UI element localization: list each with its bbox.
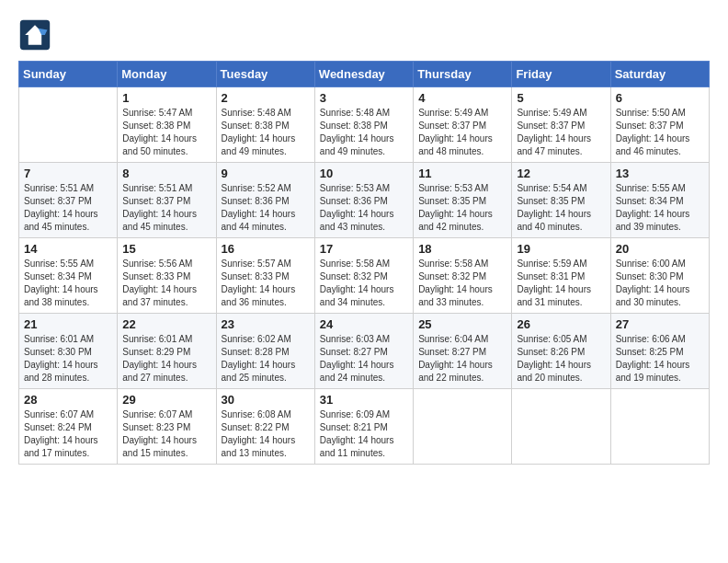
day-cell: 17Sunrise: 5:58 AMSunset: 8:32 PMDayligh… xyxy=(314,238,413,314)
day-number: 25 xyxy=(418,317,506,331)
header-wednesday: Wednesday xyxy=(314,62,413,87)
day-info: Sunrise: 5:47 AMSunset: 8:38 PMDaylight:… xyxy=(122,107,210,158)
week-row-3: 14Sunrise: 5:55 AMSunset: 8:34 PMDayligh… xyxy=(19,238,710,314)
day-number: 14 xyxy=(24,242,112,256)
day-info: Sunrise: 5:58 AMSunset: 8:32 PMDaylight:… xyxy=(320,258,408,309)
day-cell xyxy=(512,389,610,465)
day-info: Sunrise: 6:05 AMSunset: 8:26 PMDaylight:… xyxy=(517,333,605,385)
day-number: 5 xyxy=(517,91,605,105)
week-row-2: 7Sunrise: 5:51 AMSunset: 8:37 PMDaylight… xyxy=(19,163,710,238)
week-row-1: 1Sunrise: 5:47 AMSunset: 8:38 PMDaylight… xyxy=(19,87,710,163)
day-number: 11 xyxy=(418,167,506,180)
day-cell: 14Sunrise: 5:55 AMSunset: 8:34 PMDayligh… xyxy=(19,238,118,314)
day-info: Sunrise: 6:04 AMSunset: 8:27 PMDaylight:… xyxy=(418,333,506,385)
day-info: Sunrise: 5:55 AMSunset: 8:34 PMDaylight:… xyxy=(616,182,704,234)
day-number: 17 xyxy=(320,242,408,256)
day-cell: 7Sunrise: 5:51 AMSunset: 8:37 PMDaylight… xyxy=(19,163,118,238)
day-cell: 2Sunrise: 5:48 AMSunset: 8:38 PMDaylight… xyxy=(216,87,314,163)
day-cell: 16Sunrise: 5:57 AMSunset: 8:33 PMDayligh… xyxy=(216,238,314,314)
day-cell: 25Sunrise: 6:04 AMSunset: 8:27 PMDayligh… xyxy=(414,314,512,389)
day-info: Sunrise: 5:53 AMSunset: 8:35 PMDaylight:… xyxy=(418,182,506,234)
day-number: 19 xyxy=(517,242,605,256)
day-info: Sunrise: 6:08 AMSunset: 8:22 PMDaylight:… xyxy=(222,408,310,460)
header-sunday: Sunday xyxy=(19,62,118,87)
day-number: 21 xyxy=(24,317,112,331)
day-cell: 31Sunrise: 6:09 AMSunset: 8:21 PMDayligh… xyxy=(314,389,413,465)
header-tuesday: Tuesday xyxy=(216,62,314,87)
day-cell: 12Sunrise: 5:54 AMSunset: 8:35 PMDayligh… xyxy=(512,163,610,238)
day-cell: 3Sunrise: 5:48 AMSunset: 8:38 PMDaylight… xyxy=(314,87,413,163)
day-cell: 9Sunrise: 5:52 AMSunset: 8:36 PMDaylight… xyxy=(216,163,314,238)
day-number: 15 xyxy=(122,242,210,256)
day-info: Sunrise: 6:06 AMSunset: 8:25 PMDaylight:… xyxy=(616,333,704,385)
day-number: 3 xyxy=(320,91,408,105)
day-info: Sunrise: 6:00 AMSunset: 8:30 PMDaylight:… xyxy=(616,258,704,309)
day-cell: 23Sunrise: 6:02 AMSunset: 8:28 PMDayligh… xyxy=(216,314,314,389)
day-cell: 5Sunrise: 5:49 AMSunset: 8:37 PMDaylight… xyxy=(512,87,610,163)
day-number: 20 xyxy=(616,242,704,256)
day-number: 12 xyxy=(517,167,605,180)
day-cell: 18Sunrise: 5:58 AMSunset: 8:32 PMDayligh… xyxy=(414,238,512,314)
day-cell xyxy=(610,389,709,465)
day-cell: 15Sunrise: 5:56 AMSunset: 8:33 PMDayligh… xyxy=(118,238,216,314)
day-cell: 6Sunrise: 5:50 AMSunset: 8:37 PMDaylight… xyxy=(610,87,709,163)
day-cell: 11Sunrise: 5:53 AMSunset: 8:35 PMDayligh… xyxy=(414,163,512,238)
day-number: 26 xyxy=(517,317,605,331)
day-info: Sunrise: 6:07 AMSunset: 8:24 PMDaylight:… xyxy=(24,408,112,460)
day-cell: 21Sunrise: 6:01 AMSunset: 8:30 PMDayligh… xyxy=(19,314,118,389)
day-info: Sunrise: 6:02 AMSunset: 8:28 PMDaylight:… xyxy=(222,333,310,385)
day-number: 27 xyxy=(616,317,704,331)
day-info: Sunrise: 6:09 AMSunset: 8:21 PMDaylight:… xyxy=(320,408,408,460)
header-thursday: Thursday xyxy=(414,62,512,87)
header-saturday: Saturday xyxy=(610,62,709,87)
calendar-header-row: SundayMondayTuesdayWednesdayThursdayFrid… xyxy=(19,62,710,87)
day-cell: 30Sunrise: 6:08 AMSunset: 8:22 PMDayligh… xyxy=(216,389,314,465)
day-cell: 8Sunrise: 5:51 AMSunset: 8:37 PMDaylight… xyxy=(118,163,216,238)
day-number: 13 xyxy=(616,167,704,180)
day-info: Sunrise: 5:49 AMSunset: 8:37 PMDaylight:… xyxy=(517,107,605,158)
day-cell: 22Sunrise: 6:01 AMSunset: 8:29 PMDayligh… xyxy=(118,314,216,389)
day-number: 18 xyxy=(418,242,506,256)
page-header xyxy=(18,18,710,52)
day-info: Sunrise: 5:53 AMSunset: 8:36 PMDaylight:… xyxy=(320,182,408,234)
calendar-table: SundayMondayTuesdayWednesdayThursdayFrid… xyxy=(18,61,710,465)
day-cell: 27Sunrise: 6:06 AMSunset: 8:25 PMDayligh… xyxy=(610,314,709,389)
day-cell: 29Sunrise: 6:07 AMSunset: 8:23 PMDayligh… xyxy=(118,389,216,465)
day-cell xyxy=(414,389,512,465)
day-info: Sunrise: 6:07 AMSunset: 8:23 PMDaylight:… xyxy=(122,408,210,460)
week-row-4: 21Sunrise: 6:01 AMSunset: 8:30 PMDayligh… xyxy=(19,314,710,389)
day-number: 31 xyxy=(320,393,408,407)
header-friday: Friday xyxy=(512,62,610,87)
day-number: 6 xyxy=(616,91,704,105)
day-info: Sunrise: 6:01 AMSunset: 8:30 PMDaylight:… xyxy=(24,333,112,385)
day-info: Sunrise: 5:52 AMSunset: 8:36 PMDaylight:… xyxy=(222,182,310,234)
day-info: Sunrise: 5:55 AMSunset: 8:34 PMDaylight:… xyxy=(24,258,112,309)
day-number: 23 xyxy=(222,317,310,331)
day-number: 10 xyxy=(320,167,408,180)
day-number: 24 xyxy=(320,317,408,331)
day-cell xyxy=(19,87,118,163)
day-cell: 13Sunrise: 5:55 AMSunset: 8:34 PMDayligh… xyxy=(610,163,709,238)
day-cell: 28Sunrise: 6:07 AMSunset: 8:24 PMDayligh… xyxy=(19,389,118,465)
day-info: Sunrise: 5:48 AMSunset: 8:38 PMDaylight:… xyxy=(320,107,408,158)
day-info: Sunrise: 5:49 AMSunset: 8:37 PMDaylight:… xyxy=(418,107,506,158)
day-info: Sunrise: 5:51 AMSunset: 8:37 PMDaylight:… xyxy=(122,182,210,234)
header-monday: Monday xyxy=(118,62,216,87)
day-cell: 1Sunrise: 5:47 AMSunset: 8:38 PMDaylight… xyxy=(118,87,216,163)
day-info: Sunrise: 5:50 AMSunset: 8:37 PMDaylight:… xyxy=(616,107,704,158)
day-cell: 10Sunrise: 5:53 AMSunset: 8:36 PMDayligh… xyxy=(314,163,413,238)
day-info: Sunrise: 5:59 AMSunset: 8:31 PMDaylight:… xyxy=(517,258,605,309)
day-cell: 4Sunrise: 5:49 AMSunset: 8:37 PMDaylight… xyxy=(414,87,512,163)
day-number: 7 xyxy=(24,167,112,180)
day-info: Sunrise: 5:58 AMSunset: 8:32 PMDaylight:… xyxy=(418,258,506,309)
day-number: 29 xyxy=(122,393,210,407)
day-cell: 20Sunrise: 6:00 AMSunset: 8:30 PMDayligh… xyxy=(610,238,709,314)
day-number: 30 xyxy=(222,393,310,407)
day-info: Sunrise: 5:51 AMSunset: 8:37 PMDaylight:… xyxy=(24,182,112,234)
logo xyxy=(18,18,55,52)
day-number: 2 xyxy=(222,91,310,105)
logo-icon xyxy=(18,18,51,52)
day-number: 22 xyxy=(122,317,210,331)
day-number: 8 xyxy=(122,167,210,180)
day-number: 28 xyxy=(24,393,112,407)
